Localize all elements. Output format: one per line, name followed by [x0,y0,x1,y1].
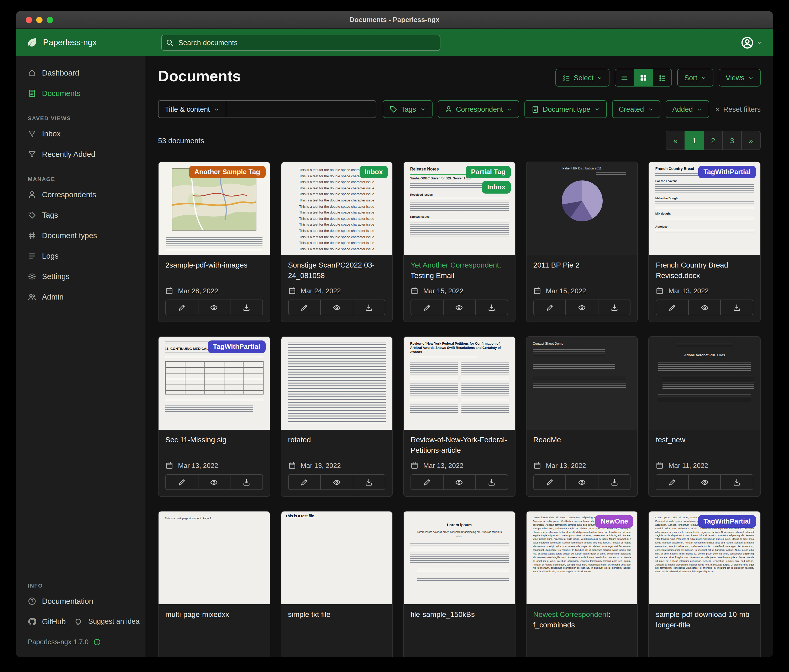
document-thumbnail[interactable]: This is a multi page document. Page 1. [158,511,270,604]
document-thumbnail[interactable]: Contact Sheet Demo [527,337,637,430]
document-title[interactable]: test_new [656,435,753,445]
document-thumbnail[interactable]: Patient BP Distribution 2011 [527,162,637,255]
sidebar-item-dashboard[interactable]: Dashboard [16,62,145,83]
views-button[interactable]: Views [719,69,761,86]
tag-chip[interactable]: Inbox [359,166,388,178]
edit-button[interactable] [656,474,689,490]
view-button[interactable] [320,299,353,315]
sidebar-item-logs[interactable]: Logs [16,245,145,266]
page-prev-button[interactable]: « [666,131,685,150]
edit-button[interactable] [165,299,198,315]
sidebar-item-correspondents[interactable]: Correspondents [16,184,145,205]
view-button[interactable] [443,299,476,315]
document-thumbnail[interactable]: This is a test file. [281,511,392,604]
download-button[interactable] [230,474,263,490]
tags-filter-button[interactable]: Tags [383,100,432,118]
filter-text-input[interactable] [226,100,376,118]
title-content-dropdown[interactable]: Title & content [158,100,226,118]
sort-button[interactable]: Sort [677,69,714,86]
page-button-3[interactable]: 3 [722,131,742,150]
added-filter-button[interactable]: Added [665,100,709,118]
select-button[interactable]: Select [556,69,610,86]
view-button[interactable] [443,474,476,490]
reset-filters-button[interactable]: Reset filters [714,105,761,113]
page-button-1[interactable]: 1 [685,131,704,150]
document-card[interactable]: Review of New York Federal Petitions for… [403,336,515,497]
tag-chip[interactable]: TagWithPartial [208,341,265,353]
view-button[interactable] [688,299,721,315]
document-title[interactable]: file-sample_150kBs [410,610,508,620]
document-card[interactable]: This is a multi page document. Page 1.mu… [158,511,270,657]
zoom-window-button[interactable] [47,16,53,23]
tag-chip[interactable]: TagWithPartial [698,166,756,178]
document-correspondent[interactable]: Newest Correspondent [533,610,609,618]
document-title[interactable]: multi-page-mixedxx [165,610,263,620]
document-thumbnail[interactable]: Adobe Acrobat PDF Files [649,337,760,430]
page-next-button[interactable]: » [741,131,761,150]
view-button[interactable] [320,474,353,490]
document-card[interactable]: This is a test file.simple txt file [281,511,393,657]
document-title[interactable]: rotated [288,435,385,445]
document-card[interactable]: NewOneLorem ipsum dolor sit amet, consec… [526,511,638,657]
close-window-button[interactable] [26,16,32,23]
sidebar-item-documentation[interactable]: Documentation [16,591,145,611]
document-title[interactable]: sample-pdf-download-10-mb-longer-title [656,610,753,630]
info-icon[interactable] [93,638,101,645]
grid-view-button[interactable] [634,69,653,86]
document-title[interactable]: Review-of-New-York-Federal-Petitions-art… [410,435,508,455]
document-title[interactable]: Sec 11-Missing sig [165,435,263,445]
sidebar-item-suggest-idea[interactable]: Suggest an idea [71,611,145,632]
document-card[interactable]: TagWithPartial 11. CONTINUING MEDICAL ED… [158,336,270,497]
download-button[interactable] [353,299,385,315]
created-filter-button[interactable]: Created [612,100,660,118]
document-card[interactable]: Adobe Acrobat PDF Files test_newMar 11, … [648,336,761,497]
edit-button[interactable] [165,474,198,490]
app-brand[interactable]: Paperless-ngx [26,37,161,48]
document-card[interactable]: Patient BP Distribution 2011 2011 BP Pie… [526,162,638,322]
page-button-2[interactable]: 2 [703,131,723,150]
document-title[interactable]: Newest Correspondent: f_combineds [533,610,631,630]
view-button[interactable] [688,474,721,490]
document-card[interactable]: TagWithPartial French Country Bread For … [648,162,761,322]
document-thumbnail[interactable]: Review of New York Federal Petitions for… [404,337,515,430]
download-button[interactable] [230,299,263,315]
list-view-button[interactable] [615,69,634,86]
sidebar-item-github[interactable]: GitHub [16,611,71,632]
document-card[interactable]: Another Sample Tag 2sample-pdf-with-imag… [158,162,270,322]
view-button[interactable] [565,299,599,315]
download-button[interactable] [720,474,753,490]
edit-button[interactable] [533,299,566,315]
sidebar-item-tags[interactable]: Tags [16,205,145,225]
download-button[interactable] [475,299,508,315]
tag-chip[interactable]: Inbox [482,181,511,194]
download-button[interactable] [598,474,631,490]
sidebar-item-recently-added[interactable]: Recently Added [16,144,145,164]
sidebar-item-admin[interactable]: Admin [16,287,145,307]
download-button[interactable] [475,474,508,490]
edit-button[interactable] [288,474,321,490]
sidebar-item-inbox[interactable]: Inbox [16,123,145,144]
document-card[interactable]: Partial TagInbox Release Notes Simba ODB… [403,162,515,322]
document-card[interactable]: InboxThis is a test for the double space… [281,162,393,322]
document-title[interactable]: Yet Another Correspondent: Testing Email [410,260,508,281]
edit-button[interactable] [533,474,566,490]
download-button[interactable] [598,299,631,315]
edit-button[interactable] [656,299,689,315]
view-button[interactable] [198,299,230,315]
document-type-filter-button[interactable]: Document type [524,100,607,118]
edit-button[interactable] [288,299,321,315]
edit-button[interactable] [410,299,443,315]
sidebar-item-documents[interactable]: Documents [16,83,145,104]
document-title[interactable]: 2011 BP Pie 2 [533,260,631,271]
sidebar-item-document-types[interactable]: Document types [16,225,145,245]
download-button[interactable] [353,474,385,490]
tag-chip[interactable]: NewOne [596,515,633,528]
tag-chip[interactable]: Partial Tag [466,166,511,178]
document-title[interactable]: 2sample-pdf-with-images [165,260,263,271]
document-title[interactable]: Sonstige ScanPC2022 03-24_081058 [288,260,385,281]
document-card[interactable]: Lorem ipsum Lorem ipsum dolor sit amet, … [403,511,515,657]
detail-view-button[interactable] [653,69,672,86]
document-thumbnail[interactable]: Lorem ipsum Lorem ipsum dolor sit amet, … [404,511,515,604]
document-title[interactable]: ReadMe [533,435,631,445]
correspondent-filter-button[interactable]: Correspondent [438,100,519,118]
